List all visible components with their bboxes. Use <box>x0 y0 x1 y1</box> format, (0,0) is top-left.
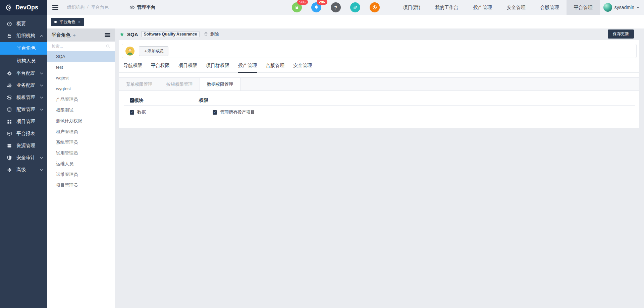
role-list-item-wqtest[interactable]: wqtest <box>47 73 115 83</box>
chevron-down-icon <box>40 157 43 159</box>
help-icon[interactable]: ? <box>331 2 341 12</box>
collapse-menu-icon[interactable] <box>52 4 58 11</box>
search-icon <box>106 44 110 49</box>
member-avatar[interactable] <box>125 47 135 56</box>
module-cell: ✓数据 <box>124 106 199 119</box>
role-panel-title: 平台角色 <box>52 32 70 38</box>
perm-tab-项目群权限[interactable]: 项目群权限 <box>206 63 229 72</box>
sidebar-subitem-label: 机构人员 <box>17 58 43 64</box>
star-icon <box>119 32 124 37</box>
grid-icon <box>7 119 12 124</box>
perm-tab-项目权限[interactable]: 项目权限 <box>178 63 197 72</box>
role-list-item-权限测试[interactable]: 权限测试 <box>47 105 115 116</box>
sidebar-item-资源管理[interactable]: 资源管理 <box>0 140 47 152</box>
chevron-up-icon <box>40 35 43 37</box>
role-list-item-试用管理员[interactable]: 试用管理员 <box>47 148 115 159</box>
link-icon[interactable] <box>350 2 360 12</box>
perm-tab-安全管理[interactable]: 安全管理 <box>293 63 312 72</box>
perm-tab-导航权限[interactable]: 导航权限 <box>123 63 142 72</box>
role-detail-header: SQA Software Quality Assurance 删除 保存更新 <box>115 28 644 40</box>
role-list-item-测试计划权限[interactable]: 测试计划权限 <box>47 116 115 126</box>
sidebar-item-配置管理[interactable]: 配置管理 <box>0 104 47 116</box>
permission-tabs: 导航权限平台权限项目权限项目群权限投产管理合版管理安全管理 <box>119 63 639 73</box>
chevron-down-icon <box>40 72 43 74</box>
subtab-菜单权限管理[interactable]: 菜单权限管理 <box>119 78 159 90</box>
sidebar-subitem-平台角色[interactable]: 平台角色 <box>0 42 47 55</box>
badge-count: 506 <box>297 0 308 5</box>
mute-icon[interactable] <box>370 2 380 12</box>
permission-label: 管理所有投产项目 <box>220 109 255 115</box>
sidebar-item-项目管理[interactable]: 项目管理 <box>0 116 47 128</box>
add-role-button[interactable]: + <box>73 32 76 38</box>
user-menu[interactable]: sysadmin <box>600 3 644 12</box>
permission-header-label: 权限 <box>199 98 208 104</box>
topbar: DevOps 组织机构/平台角色 管理平台 506286? 项目(群)我的工作台… <box>0 0 644 15</box>
module-header-cell: ✓ 模块 <box>124 98 199 104</box>
role-search <box>47 42 115 51</box>
subtab-按钮权限管理[interactable]: 按钮权限管理 <box>159 78 200 90</box>
notification-icons: 506286? <box>292 2 380 12</box>
topbar-menu-合版管理[interactable]: 合版管理 <box>533 0 567 15</box>
permission-cell: ✓管理所有投产项目 <box>199 106 635 119</box>
close-icon[interactable]: × <box>78 20 80 24</box>
sidebar-item-label: 业务配置 <box>16 82 40 88</box>
breadcrumb-item-1[interactable]: 组织机构 <box>67 4 85 10</box>
perm-tab-平台权限[interactable]: 平台权限 <box>151 63 170 72</box>
sidebar: 概要组织机构平台角色机构人员平台配置业务配置模板管理配置管理项目管理平台报表资源… <box>0 15 47 308</box>
cluster-icon <box>7 167 12 173</box>
role-panel-menu-icon[interactable] <box>105 32 110 38</box>
perm-tab-合版管理[interactable]: 合版管理 <box>266 63 284 72</box>
document-icon[interactable]: 506 <box>292 2 302 12</box>
sidebar-item-平台报表[interactable]: 平台报表 <box>0 128 47 140</box>
user-avatar <box>603 3 612 12</box>
role-panel-header: 平台角色 + <box>47 28 115 42</box>
role-list-item-项目管理员[interactable]: 项目管理员 <box>47 180 115 191</box>
chevron-down-icon <box>40 97 43 99</box>
trash-icon <box>204 32 208 37</box>
tab-chip-platform-role[interactable]: 平台角色 × <box>51 18 84 26</box>
sidebar-item-概要[interactable]: 概要 <box>0 18 47 30</box>
role-list-item-运维管理员[interactable]: 运维管理员 <box>47 169 115 180</box>
chevron-down-icon <box>40 169 43 171</box>
bell-icon[interactable]: 286 <box>311 2 321 12</box>
select-all-checkbox[interactable]: ✓ <box>130 98 134 103</box>
sidebar-item-模板管理[interactable]: 模板管理 <box>0 91 47 104</box>
add-member-button[interactable]: ＋添加成员 <box>139 46 168 56</box>
module-checkbox[interactable]: ✓ <box>130 110 134 115</box>
sidebar-item-安全审计[interactable]: 安全审计 <box>0 152 47 164</box>
role-list-item-wyqtest[interactable]: wyqtest <box>47 83 115 94</box>
sidebar-item-label: 概要 <box>16 21 43 27</box>
topbar-menu-投产管理[interactable]: 投产管理 <box>466 0 499 15</box>
app-logo[interactable]: DevOps <box>0 0 47 15</box>
sidebar-item-label: 高级 <box>16 167 40 173</box>
topbar-menu-安全管理[interactable]: 安全管理 <box>499 0 533 15</box>
topbar-menu-平台管理[interactable]: 平台管理 <box>567 0 600 15</box>
role-list-item-产品管理员[interactable]: 产品管理员 <box>47 94 115 105</box>
open-tabs-strip: 平台角色 × <box>47 15 644 28</box>
topbar-menu-我的工作台[interactable]: 我的工作台 <box>428 0 466 15</box>
search-input[interactable] <box>52 44 106 49</box>
eye-icon <box>129 5 135 10</box>
save-update-button[interactable]: 保存更新 <box>608 29 634 39</box>
template-icon <box>7 95 12 100</box>
role-list-item-系统管理员[interactable]: 系统管理员 <box>47 137 115 148</box>
sidebar-item-高级[interactable]: 高级 <box>0 164 47 176</box>
sidebar-item-组织机构[interactable]: 组织机构 <box>0 30 47 42</box>
role-list-item-test[interactable]: test <box>47 62 115 73</box>
sidebar-item-平台配置[interactable]: 平台配置 <box>0 67 47 79</box>
lock-icon <box>7 33 12 39</box>
sidebar-subitem-机构人员[interactable]: 机构人员 <box>0 55 47 67</box>
module-label: 数据 <box>137 109 146 115</box>
subtab-数据权限管理[interactable]: 数据权限管理 <box>200 78 240 90</box>
breadcrumb-item-2[interactable]: 平台角色 <box>91 4 109 10</box>
role-list-item-SQA[interactable]: SQA <box>47 51 115 62</box>
role-list-item-租户管理员[interactable]: 租户管理员 <box>47 126 115 137</box>
permission-checkbox[interactable]: ✓ <box>213 110 217 115</box>
role-list-item-运维人员[interactable]: 运维人员 <box>47 159 115 169</box>
perm-tab-投产管理[interactable]: 投产管理 <box>238 63 257 72</box>
delete-role-button[interactable]: 删除 <box>204 31 219 37</box>
sidebar-item-业务配置[interactable]: 业务配置 <box>0 79 47 91</box>
active-dot-icon <box>54 21 57 23</box>
manage-platform-switcher[interactable]: 管理平台 <box>129 4 156 10</box>
topbar-menu-项目(群)[interactable]: 项目(群) <box>396 0 428 15</box>
